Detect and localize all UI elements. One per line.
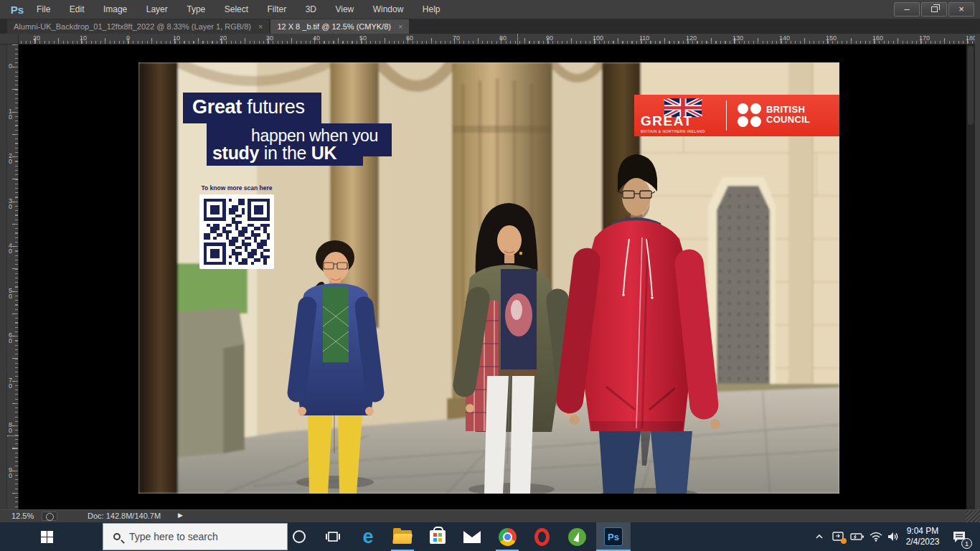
menu-bar: File Edit Image Layer Type Select Filter… xyxy=(29,0,448,19)
resize-grip[interactable] xyxy=(966,510,980,523)
ruler-corner-box xyxy=(7,34,19,44)
taskbar-app-opera[interactable] xyxy=(524,522,559,551)
menu-view[interactable]: View xyxy=(327,0,362,19)
start-button[interactable] xyxy=(30,522,63,551)
tab-12x8-tif[interactable]: 12 X 8 _b.tif @ 12.5% (CMYK/8) × xyxy=(270,19,409,34)
ruler-cursor-marker-vertical xyxy=(7,435,19,436)
photoshop-titlebar: Ps File Edit Image Layer Type Select Fil… xyxy=(0,0,980,19)
qr-code-panel xyxy=(199,194,274,269)
photoshop-taskbar-icon: Ps xyxy=(604,527,623,546)
taskbar-app-chrome[interactable] xyxy=(490,522,524,551)
tab-label: 12 X 8 _b.tif @ 12.5% (CMYK/8) xyxy=(277,22,391,31)
menu-window[interactable]: Window xyxy=(365,0,412,19)
tab-close-icon[interactable]: × xyxy=(258,22,263,31)
wifi-icon xyxy=(870,532,882,542)
window-right-edge xyxy=(975,34,980,509)
taskbar-clock[interactable]: 9:04 PM 2/4/2023 xyxy=(901,522,944,551)
great-logo-subtitle: BRITAIN & NORTHERN IRELAND xyxy=(641,129,705,133)
qr-caption: To know more scan here xyxy=(196,184,278,192)
tray-show-hidden-icons[interactable] xyxy=(811,522,828,551)
tab-label: Alumni-UK_Backdrop_01_12ftx8ft_2022 @ 8.… xyxy=(14,22,251,31)
banner-divider xyxy=(726,100,727,131)
menu-type[interactable]: Type xyxy=(179,0,213,19)
mail-icon xyxy=(463,531,481,543)
notification-dot xyxy=(841,538,847,544)
file-explorer-icon xyxy=(393,530,412,544)
taskbar-app-corel[interactable] xyxy=(560,522,594,551)
taskbar-search-box[interactable] xyxy=(103,523,288,550)
status-menu-arrow[interactable]: ▶ xyxy=(178,512,183,519)
menu-image[interactable]: Image xyxy=(95,0,135,19)
windows-taskbar: e Ps xyxy=(0,522,980,551)
microsoft-store-icon xyxy=(430,530,446,544)
chrome-icon xyxy=(499,528,517,546)
taskbar-app-edge[interactable]: e xyxy=(351,522,385,551)
clock-date: 2/4/2023 xyxy=(906,537,940,547)
action-center-button[interactable]: 1 xyxy=(946,522,973,551)
tray-wifi[interactable] xyxy=(867,522,885,551)
menu-filter[interactable]: Filter xyxy=(260,0,295,19)
notification-badge: 1 xyxy=(961,538,972,549)
desktop-screen: Ps File Edit Image Layer Type Select Fil… xyxy=(0,0,980,551)
photoshop-app-icon: Ps xyxy=(6,0,29,19)
statusbar: 12.5% Doc: 142.8M/140.7M ▶ xyxy=(0,509,980,522)
windows-logo-icon xyxy=(41,531,53,543)
search-input[interactable] xyxy=(128,530,271,543)
speaker-icon xyxy=(887,531,900,542)
battery-icon xyxy=(850,532,864,542)
task-view-button[interactable] xyxy=(316,522,349,551)
cortana-button[interactable] xyxy=(286,522,313,551)
chevron-up-icon xyxy=(814,532,824,542)
menu-layer[interactable]: Layer xyxy=(138,0,176,19)
window-left-edge xyxy=(0,34,7,509)
tab-alumni-uk-backdrop[interactable]: Alumni-UK_Backdrop_01_12ftx8ft_2022 @ 8.… xyxy=(7,19,269,34)
vertical-scrollbar-thumb[interactable] xyxy=(968,46,974,125)
tray-sync-device[interactable] xyxy=(829,522,848,551)
taskbar-app-photoshop-active[interactable]: Ps xyxy=(596,522,631,551)
opera-icon xyxy=(534,528,550,546)
british-council-text: BRITISHCOUNCIL xyxy=(766,105,810,125)
menu-edit[interactable]: Edit xyxy=(62,0,93,19)
taskbar-app-mail[interactable] xyxy=(455,522,489,551)
qr-code-icon xyxy=(204,199,270,265)
restore-button[interactable] xyxy=(921,2,947,17)
close-button[interactable]: × xyxy=(948,2,974,17)
restore-icon xyxy=(931,6,938,12)
document-tab-bar: Alumni-UK_Backdrop_01_12ftx8ft_2022 @ 8.… xyxy=(0,19,980,34)
ruler-cursor-marker-horizontal xyxy=(517,34,518,44)
corel-icon xyxy=(568,528,586,546)
document-canvas[interactable]: Great futures happen when you study in t… xyxy=(138,62,839,494)
menu-select[interactable]: Select xyxy=(217,0,256,19)
minimize-button[interactable]: – xyxy=(894,2,920,17)
vertical-ruler: 01 02 03 04 05 06 07 08 09 0 xyxy=(7,44,19,509)
great-logo-text: GREAT xyxy=(641,113,693,129)
edge-icon: e xyxy=(362,527,373,547)
taskbar-app-store[interactable] xyxy=(420,522,455,551)
search-icon xyxy=(113,533,121,540)
tab-close-icon[interactable]: × xyxy=(398,22,402,31)
task-view-icon xyxy=(326,530,340,543)
status-sync-icon[interactable] xyxy=(42,512,57,521)
tray-volume[interactable] xyxy=(884,522,903,551)
british-council-dots-icon xyxy=(738,103,762,128)
zoom-level-field[interactable]: 12.5% xyxy=(11,512,34,520)
taskbar-app-file-explorer[interactable] xyxy=(385,522,420,551)
menu-help[interactable]: Help xyxy=(415,0,448,19)
tray-battery[interactable] xyxy=(848,522,867,551)
clock-time: 9:04 PM xyxy=(907,526,939,537)
horizontal-ruler: 2010010203040506070809010011012013014015… xyxy=(0,34,980,44)
brand-banner: GREAT BRITAIN & NORTHERN IRELAND BRITISH… xyxy=(634,95,839,136)
menu-3d[interactable]: 3D xyxy=(298,0,324,19)
cortana-icon xyxy=(293,530,306,543)
document-size-info: Doc: 142.8M/140.7M xyxy=(88,512,161,520)
headline-line3: study in the UK xyxy=(212,143,336,164)
headline-line1: Great futures xyxy=(192,96,305,118)
menu-file[interactable]: File xyxy=(29,0,58,19)
